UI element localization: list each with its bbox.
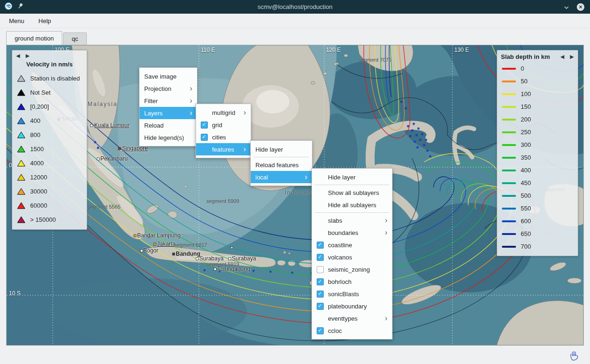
menu-item[interactable]: ✓ sonicBlasts › (312, 288, 392, 300)
menu-item[interactable]: ✓ plateboundary › (312, 300, 392, 312)
menu-item[interactable]: ✓ features › (196, 143, 251, 155)
context-menu: ✓ Save image › ✓ Projection › ✓ Filter ›… (139, 67, 197, 146)
menu-item[interactable]: ✓ Save image › (139, 70, 197, 82)
legend-item: 200 (497, 113, 578, 126)
tab[interactable]: ground motion (6, 31, 62, 45)
legend-item: 650 (497, 227, 578, 240)
submenu-arrow-icon: › (190, 109, 192, 117)
legend-next-button[interactable]: ▶ (570, 54, 574, 60)
checkbox[interactable]: ✓ (317, 303, 324, 310)
triangle-marker-icon (17, 216, 25, 223)
checkbox[interactable]: ✓ (201, 121, 208, 129)
legend-item: 600 (497, 215, 578, 227)
legend-item: 400 (12, 113, 87, 128)
pin-icon[interactable] (17, 3, 24, 11)
submenu-arrow-icon: › (385, 217, 387, 224)
triangle-marker-icon (17, 160, 25, 167)
color-swatch (502, 68, 516, 70)
city-label: Pekanbaru (100, 155, 128, 162)
menu-item[interactable]: ✓ cities › (196, 131, 251, 143)
checkbox[interactable]: ✓ (317, 266, 324, 273)
lat-label: 10 S (9, 290, 21, 297)
legend-item: Station is disabled (12, 71, 87, 85)
close-button[interactable]: × (577, 3, 584, 11)
menu-item: ✓ › (254, 157, 309, 157)
shade-icon[interactable] (564, 3, 569, 11)
city-label: Bandar Lampung (137, 232, 180, 239)
menu-item: ✓ › (315, 212, 389, 213)
legend-item: 250 (497, 126, 578, 138)
menu-item[interactable]: ✓ Hide layer › (312, 171, 392, 183)
city-label: Surabaya (232, 255, 256, 262)
menubar-item[interactable]: Help (37, 16, 53, 25)
legend-prev-button[interactable]: ◀ (16, 53, 20, 59)
color-swatch (502, 182, 516, 184)
menu-item[interactable]: ✓ ccloc › (312, 324, 392, 337)
menu-item[interactable]: ✓ grid › (196, 119, 251, 131)
checkbox[interactable]: ✓ (317, 327, 324, 334)
menu-item[interactable]: ✓ Hide layer › (251, 143, 312, 155)
menu-item[interactable]: ✓ volcanos › (312, 251, 392, 263)
menu-item[interactable]: ✓ multigrid › (196, 106, 251, 119)
legend-next-button[interactable]: ▶ (25, 53, 29, 59)
legend-item: 150 (497, 100, 578, 113)
color-swatch (502, 208, 516, 210)
color-swatch (502, 81, 516, 82)
menu-item[interactable]: ✓ Reload features › (251, 159, 312, 171)
legend-title: Velocity in nm/s (12, 59, 87, 71)
color-swatch (502, 246, 516, 248)
triangle-marker-icon (17, 188, 25, 195)
city-label: Kuala Lumpur (94, 122, 130, 129)
submenu-arrow-icon: › (244, 109, 246, 116)
triangle-marker-icon (17, 174, 25, 181)
segment-label: segment 5909 (206, 198, 239, 204)
titlebar[interactable]: scmv@localhost/production × (0, 0, 590, 14)
legend-item: 450 (497, 177, 578, 189)
menu-item[interactable]: ✓ slabs › (312, 214, 392, 226)
triangle-marker-icon (17, 146, 25, 153)
checkbox[interactable]: ✓ (317, 278, 324, 285)
color-swatch (502, 170, 516, 171)
map-canvas[interactable]: 100 E 110 E 120 E 130 E 0 10 S Malaysia … (7, 45, 583, 345)
menubar-item[interactable]: Menu (7, 16, 26, 25)
menu-item[interactable]: ✓ Hide legend(s) › (139, 131, 197, 144)
menu-item[interactable]: ✓ eventtypes › (312, 312, 392, 324)
legend-item: 550 (497, 202, 578, 215)
legend-item: 50 (497, 75, 578, 88)
legend-item: 60000 (12, 198, 87, 212)
legend-item: [0,200] (12, 99, 87, 113)
menu-item[interactable]: ✓ coastline › (312, 239, 392, 251)
menu-item[interactable]: ✓ bohrloch › (312, 275, 392, 288)
legend-item: 350 (497, 151, 578, 164)
legend-title: Slab depth in km (501, 53, 560, 60)
legend-prev-button[interactable]: ◀ (560, 54, 564, 60)
velocity-legend: ◀ ▶ Velocity in nm/s Station is disabled (12, 50, 87, 230)
menu-item[interactable]: ✓ local › (251, 171, 312, 183)
segment-label: segment 7076 (359, 57, 392, 63)
color-swatch (502, 144, 516, 146)
checkbox[interactable]: ✓ (201, 134, 208, 141)
checkbox[interactable]: ✓ (317, 291, 324, 298)
checkbox[interactable]: ✓ (317, 242, 324, 249)
tab[interactable]: qc (63, 32, 87, 45)
menu-item[interactable]: ✓ Reload › (139, 119, 197, 131)
menu-item[interactable]: ✓ Show all sublayers › (312, 186, 392, 199)
legend-item: 800 (12, 128, 87, 142)
city-label: Bandung (176, 251, 200, 257)
menu-item[interactable]: ✓ boundaries › (312, 226, 392, 239)
color-swatch (502, 195, 516, 197)
menubar: MenuHelp (0, 14, 590, 28)
menu-item[interactable]: ✓ Filter › (139, 95, 197, 107)
color-swatch (502, 93, 516, 95)
color-swatch (502, 119, 516, 121)
triangle-marker-icon (17, 89, 25, 96)
menu-item[interactable]: ✓ Hide all sublayers › (312, 199, 392, 211)
legend-item: Not Set (12, 85, 87, 99)
menu-item[interactable]: ✓ Projection › (139, 82, 197, 95)
menu-item[interactable]: ✓ seismic_zoning › (312, 263, 392, 275)
country-label: Malaysia (88, 101, 117, 107)
checkbox[interactable]: ✓ (317, 254, 324, 261)
slab-legend: Slab depth in km ◀ ▶ 0 50 (497, 50, 578, 256)
city-label: Bogor (143, 247, 158, 254)
menu-item[interactable]: ✓ Layers › (139, 107, 197, 119)
